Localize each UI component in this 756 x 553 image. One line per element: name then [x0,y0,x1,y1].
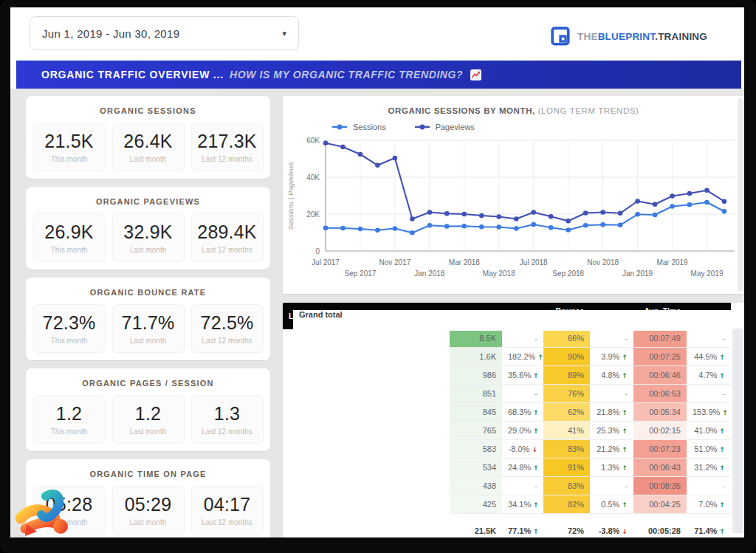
bounce-rate-cell: 41% [543,422,590,440]
svg-text:40K: 40K [306,174,320,182]
arrow-up-icon: ↑ [719,528,725,535]
arrow-up-icon: ↑ [719,446,725,453]
delta-value: 25.3% [597,426,622,435]
table-row: /seo-report/84568.3% ↑62%21.8% ↑00:05:34… [283,403,731,422]
table-row: /how-to-create-website-silos-for-seo/534… [283,458,731,477]
table-row: /technical-seo-audit/851-76%-00:06:53- [283,385,731,403]
metric-value: 71.7% [122,312,175,334]
arrow-up-icon: ↑ [719,464,725,472]
svg-text:0: 0 [315,247,320,255]
sessions-delta-cell: - [502,477,543,495]
sessions-by-month-chart-card: ORGANIC SESSIONS BY MONTH, (LONG TERM TR… [283,96,744,294]
legend-label: Pageviews [436,123,475,131]
delta-value: 77.1% [508,526,533,535]
metric-row: 1.2This month1.2Last month1.3Last 12 mon… [26,395,270,444]
arrow-up-icon: ↑ [533,409,539,416]
bounce-delta-cell: 21.2% ↑ [590,440,633,458]
metric-tile: 04:17Last 12 months [191,486,264,535]
metric-value: 72.5% [201,312,254,334]
metric-label: Last month [130,518,166,526]
landing-page-table: Landing PageSessions▼% ΔBounce Rate% ΔAv… [283,303,731,537]
metric-tile: 72.3%This month [33,304,106,353]
table-row: /step-step-guide-get-youtube-video-trans… [283,366,731,385]
spacer-row [283,514,731,521]
sessions-delta-cell: 34.1% ↑ [502,495,543,514]
arrow-up-icon: ↑ [622,446,628,453]
delta-value: 0.5% [601,500,622,509]
bounce-rate-cell: 83% [543,477,590,495]
bounce-rate-cell: 72% [543,521,590,537]
scorecard-title: ORGANIC TIME ON PAGE [26,470,270,478]
sessions-cell: 851 [450,385,502,403]
chevron-down-icon: ▾ [282,29,286,38]
table-row: /robots-txt/438-83%-00:08:35- [283,477,731,495]
bounce-rate-cell: 83% [543,440,590,458]
metric-label: Last 12 months [202,337,252,345]
sessions-cell: 425 [450,495,502,514]
metric-label: This month [51,246,87,254]
table-row: /creating-goals-out-of-events-in-google-… [283,348,731,366]
svg-text:60K: 60K [306,137,320,145]
delta-value: -3.8% [599,526,622,535]
chart-legend: SessionsPageviews [331,123,744,131]
avg-time-cell: 00:06:46 [633,366,687,385]
sessions-cell: 583 [450,440,502,458]
arrow-up-icon: ↑ [533,501,539,509]
chart-increasing-icon [470,69,481,80]
arrow-up-icon: ↑ [537,354,543,361]
metric-label: Last month [130,337,166,345]
arrow-up-icon: ↑ [722,409,728,416]
arrow-up-icon: ↑ [533,427,539,435]
svg-text:Mar 2018: Mar 2018 [449,258,481,267]
delta-value: 1.3% [601,463,622,472]
metric-value: 26.4K [123,131,172,152]
metric-value: 72.3% [43,312,96,334]
arrow-up-icon: ↑ [533,464,539,472]
sessions-cell: 1.6K [450,348,502,366]
metric-label: This month [51,427,87,436]
arrow-up-icon: ↑ [719,501,725,509]
delta-value: 35.6% [508,371,533,379]
metric-value: 32.9K [123,221,172,243]
metric-value: 26.9K [44,221,93,243]
metric-label: Last 12 months [202,155,252,163]
bounce-rate-cell: 91% [543,458,590,477]
legend-label: Sessions [353,123,386,131]
arrow-down-icon: ↓ [532,446,537,453]
delta-value: 21.8% [597,408,622,416]
avg-time-cell: 00:06:53 [633,385,687,403]
metric-label: Last 12 months [202,427,252,436]
metric-label: Last month [130,427,166,436]
metric-tile: 1.3Last 12 months [191,395,264,444]
sessions-delta-cell: 24.8% ↑ [502,458,543,477]
time-delta-cell: 7.0% ↑ [687,495,731,514]
delta-value: 68.3% [508,408,533,416]
metric-row: 72.3%This month71.7%Last month72.5%Last … [26,304,270,353]
arrow-down-icon: ↓ [622,528,628,535]
sessions-delta-cell: -8.0% ↓ [502,440,543,458]
svg-text:Sessions | Pageviews: Sessions | Pageviews [286,162,295,230]
sessions-cell: 534 [450,458,502,477]
metric-row: 21.5KThis month26.4KLast month217.3KLast… [26,123,270,171]
chart-scrollbar[interactable] [738,98,744,292]
arrow-up-icon: ↑ [622,464,628,472]
metric-label: This month [51,518,87,526]
bounce-rate-cell: 62% [543,403,590,422]
avg-time-cell: 00:07:23 [633,440,687,458]
scorecard-title: ORGANIC PAGES / SESSION [26,379,270,388]
metric-value: 1.2 [56,403,82,425]
date-range-selector[interactable]: Jun 1, 2019 - Jun 30, 2019 ▾ [30,16,299,50]
avg-time-cell: 00:05:34 [633,403,687,422]
delta-value: 4.7% [698,371,719,379]
arrow-up-icon: ↑ [622,409,628,416]
metric-label: Last month [130,246,166,254]
metric-label: This month [51,155,87,163]
sessions-cell: 845 [450,403,502,422]
arrow-up-icon: ↑ [719,372,725,379]
delta-value: 51.0% [694,444,719,453]
arrow-up-icon: ↑ [622,427,628,435]
metric-value: 21.5K [44,131,93,152]
table-scrollbar[interactable] [732,329,743,533]
brand-logo: THEBLUEPRINT.TRAINING [551,27,707,47]
time-delta-cell: 44.5% ↑ [687,348,731,366]
